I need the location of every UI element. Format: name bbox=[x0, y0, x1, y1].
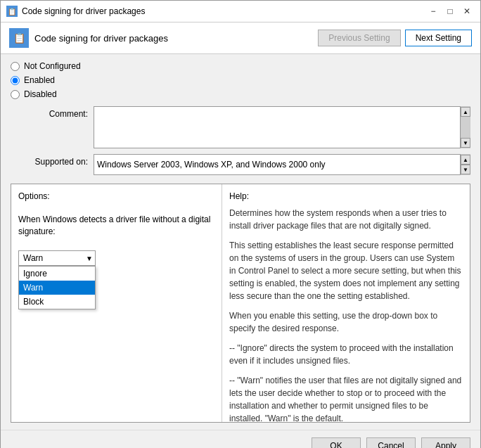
help-para-3: When you enable this setting, use the dr… bbox=[229, 309, 463, 335]
dropdown-option-ignore[interactable]: Ignore bbox=[19, 267, 95, 281]
dropdown-open-list: Ignore Warn Block bbox=[18, 266, 96, 309]
radio-not-configured-input[interactable] bbox=[11, 62, 20, 71]
comment-row: Comment: ▲ ▼ bbox=[11, 106, 470, 148]
radio-disabled-input[interactable] bbox=[11, 90, 20, 99]
comment-field-content: ▲ ▼ bbox=[94, 106, 470, 148]
main-content: Not Configured Enabled Disabled Comment:… bbox=[1, 54, 480, 430]
header-title: Code signing for driver packages bbox=[34, 33, 168, 44]
help-para-4: -- "Ignore" directs the system to procee… bbox=[229, 342, 463, 367]
supported-value: Windows Server 2003, Windows XP, and Win… bbox=[94, 154, 461, 175]
radio-not-configured[interactable]: Not Configured bbox=[11, 61, 470, 71]
options-label: Options: bbox=[18, 191, 214, 201]
radio-disabled-label: Disabled bbox=[24, 89, 57, 99]
help-para-5: -- "Warn" notifies the user that files a… bbox=[229, 374, 463, 422]
header-icon: 📋 bbox=[9, 28, 29, 48]
header-buttons: Previous Setting Next Setting bbox=[318, 30, 472, 46]
next-setting-button[interactable]: Next Setting bbox=[405, 30, 472, 46]
dropdown-option-block[interactable]: Block bbox=[19, 295, 95, 309]
cancel-button[interactable]: Cancel bbox=[366, 437, 416, 448]
supported-row: Supported on: Windows Server 2003, Windo… bbox=[11, 154, 470, 175]
radio-group: Not Configured Enabled Disabled bbox=[11, 61, 470, 99]
help-label: Help: bbox=[229, 191, 463, 201]
dropdown-container: Ignore Warn Block ▼ Ignore Warn Block bbox=[18, 250, 96, 266]
ok-button[interactable]: OK bbox=[312, 437, 361, 448]
close-button[interactable]: ✕ bbox=[459, 5, 475, 18]
panels: Options: When Windows detects a driver f… bbox=[11, 184, 470, 423]
supported-content: Windows Server 2003, Windows XP, and Win… bbox=[94, 154, 470, 175]
header-left: 📋 Code signing for driver packages bbox=[9, 28, 168, 48]
scrollbar-track bbox=[461, 117, 470, 138]
help-para-1: Determines how the system responds when … bbox=[229, 207, 463, 232]
dropdown-option-warn[interactable]: Warn bbox=[19, 281, 95, 295]
comment-textarea[interactable] bbox=[94, 106, 461, 148]
help-text: Determines how the system responds when … bbox=[229, 207, 463, 422]
title-bar-left: 📋 Code signing for driver packages bbox=[6, 6, 145, 17]
title-bar: 📋 Code signing for driver packages − □ ✕ bbox=[1, 1, 480, 23]
previous-setting-button[interactable]: Previous Setting bbox=[318, 30, 400, 46]
minimize-button[interactable]: − bbox=[425, 5, 441, 18]
title-bar-controls: − □ ✕ bbox=[425, 5, 475, 18]
maximize-button[interactable]: □ bbox=[442, 5, 458, 18]
supported-scrollbar-up[interactable]: ▲ bbox=[461, 155, 470, 165]
radio-enabled[interactable]: Enabled bbox=[11, 75, 470, 85]
supported-scrollbar[interactable]: ▲ ▼ bbox=[461, 154, 470, 175]
comment-label: Comment: bbox=[11, 106, 88, 119]
radio-enabled-label: Enabled bbox=[24, 75, 55, 85]
window-icon: 📋 bbox=[6, 6, 18, 17]
footer: OK Cancel Apply bbox=[1, 430, 480, 448]
header-bar: 📋 Code signing for driver packages Previ… bbox=[1, 23, 480, 54]
help-para-2: This setting establishes the least secur… bbox=[229, 239, 463, 302]
options-description: When Windows detects a driver file witho… bbox=[18, 214, 214, 238]
main-window: 📋 Code signing for driver packages − □ ✕… bbox=[0, 0, 481, 448]
radio-disabled[interactable]: Disabled bbox=[11, 89, 470, 99]
supported-text: Windows Server 2003, Windows XP, and Win… bbox=[97, 160, 326, 169]
scrollbar-down-arrow[interactable]: ▼ bbox=[461, 138, 470, 148]
supported-label: Supported on: bbox=[11, 154, 88, 167]
fields-section: Comment: ▲ ▼ Supported on: Windows Serve… bbox=[11, 106, 470, 175]
scrollbar-up-arrow[interactable]: ▲ bbox=[461, 107, 470, 117]
driver-action-select[interactable]: Ignore Warn Block bbox=[18, 250, 96, 266]
window-title: Code signing for driver packages bbox=[22, 6, 145, 16]
comment-scrollbar[interactable]: ▲ ▼ bbox=[461, 106, 470, 148]
supported-scrollbar-down[interactable]: ▼ bbox=[461, 165, 470, 174]
apply-button[interactable]: Apply bbox=[421, 437, 470, 448]
radio-not-configured-label: Not Configured bbox=[24, 61, 81, 71]
right-panel: Help: Determines how the system responds… bbox=[222, 184, 470, 422]
radio-enabled-input[interactable] bbox=[11, 76, 20, 85]
left-panel: Options: When Windows detects a driver f… bbox=[11, 184, 222, 422]
